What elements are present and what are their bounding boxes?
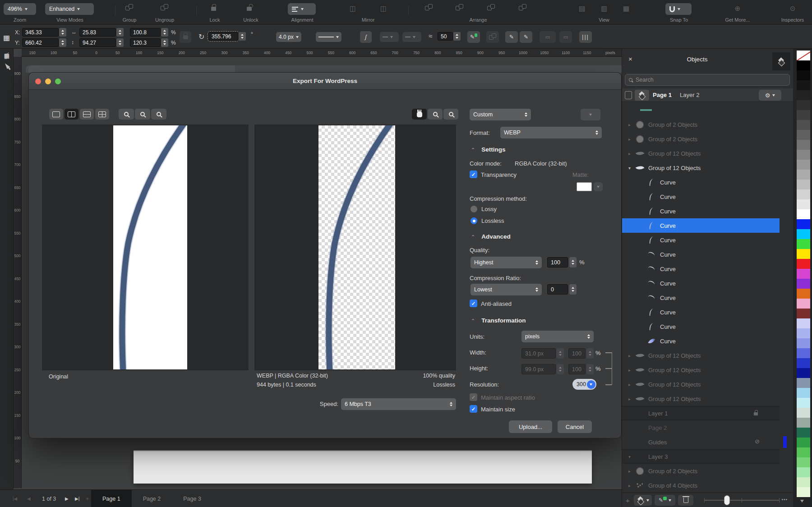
color-swatch[interactable]: [797, 51, 810, 60]
width-stepper[interactable]: [116, 28, 124, 37]
color-swatch[interactable]: [797, 378, 810, 388]
view-mode-dropdown[interactable]: Enhanced: [45, 3, 94, 15]
width-percent-field[interactable]: 100: [568, 348, 586, 359]
maximize-window-button[interactable]: [55, 78, 61, 84]
disclosure-triangle-icon[interactable]: ▸: [628, 382, 635, 387]
color-swatch[interactable]: [797, 160, 810, 170]
tree-row[interactable]: ▸ Group of 12 Objects ⊘: [622, 392, 780, 406]
color-swatch[interactable]: [797, 199, 810, 209]
color-swatch[interactable]: [797, 338, 810, 348]
tree-row[interactable]: ⊘: [622, 103, 780, 117]
height-stepper[interactable]: [116, 38, 124, 47]
zoom-in-button[interactable]: [428, 109, 443, 120]
horizontal-ruler[interactable]: 1501005005010015020025030035040045050055…: [22, 49, 622, 57]
color-swatch[interactable]: [797, 189, 810, 199]
color-swatch[interactable]: [797, 120, 810, 130]
tree-row[interactable]: ▾ Group of 12 Objects ⊘: [622, 161, 780, 175]
get-more-icon[interactable]: ⊕: [735, 5, 741, 13]
trim-button[interactable]: ▭: [559, 31, 572, 43]
scale-y-field[interactable]: 120.3: [130, 38, 161, 47]
color-swatch[interactable]: [797, 318, 810, 328]
color-swatch[interactable]: [797, 249, 810, 259]
y-position-field[interactable]: 660.42: [22, 38, 59, 47]
transformation-section-header[interactable]: ⌃Transformation: [471, 317, 526, 324]
tree-row[interactable]: ▸ Group of 12 Objects ⊘: [622, 363, 780, 377]
quad-preview-button[interactable]: [95, 109, 109, 120]
tree-row[interactable]: Curve ⊘: [622, 334, 780, 348]
freehand-smoothing-button[interactable]: ʃ: [360, 31, 372, 43]
next-page-button[interactable]: ▶: [65, 490, 69, 507]
tree-row[interactable]: Curve ⊘: [622, 305, 780, 319]
tree-row[interactable]: ▸ Group of 2 Objects ⊘: [622, 132, 780, 146]
disclosure-triangle-icon[interactable]: ▸: [628, 353, 635, 358]
disclosure-triangle-icon[interactable]: ▸: [628, 137, 635, 142]
vertical-ruler[interactable]: 9008508007507006506005505004504003503002…: [14, 57, 22, 488]
object-height-field[interactable]: 94.27: [79, 38, 116, 47]
transparency-checkbox[interactable]: [470, 171, 477, 178]
search-input[interactable]: [635, 76, 770, 83]
tree-row[interactable]: ▸ Group of 2 Objects ⊘: [622, 464, 780, 478]
tree-row[interactable]: ▸ Group of 12 Objects ⊘: [622, 146, 780, 161]
page-tab[interactable]: Page 1: [91, 490, 132, 507]
tree-row[interactable]: Curve ⊘: [622, 247, 780, 262]
arrange-back-button[interactable]: [519, 4, 526, 13]
color-swatch[interactable]: [797, 180, 810, 189]
preset-dropdown[interactable]: Custom: [470, 109, 531, 120]
color-swatch[interactable]: [797, 289, 810, 299]
tree-row[interactable]: Guides ⊘: [622, 435, 780, 449]
ratio-number-field[interactable]: 0: [547, 284, 568, 295]
color-swatch[interactable]: [797, 457, 810, 467]
format-dropdown[interactable]: WEBP: [500, 127, 602, 138]
color-swatch[interactable]: [797, 90, 810, 100]
outline-width-dropdown[interactable]: 4.0 px: [276, 32, 301, 42]
tree-row[interactable]: Curve ⊘: [622, 290, 780, 305]
speed-dropdown[interactable]: 6 Mbps T3: [341, 398, 456, 410]
color-swatch[interactable]: [797, 358, 810, 368]
lossy-radio[interactable]: [471, 206, 477, 212]
layers-panel-icon[interactable]: [772, 52, 790, 70]
disclosure-triangle-icon[interactable]: ▸: [628, 396, 635, 401]
color-swatch[interactable]: [797, 209, 810, 219]
color-swatch[interactable]: [797, 70, 810, 80]
last-page-button[interactable]: ▶|: [75, 490, 79, 507]
matte-color-dropdown[interactable]: [594, 182, 603, 191]
color-swatch[interactable]: [797, 100, 810, 110]
palette-scroll-down-icon[interactable]: [800, 500, 804, 504]
color-swatch[interactable]: [797, 140, 810, 150]
fill-mode-button[interactable]: ✎: [467, 31, 480, 43]
tree-row[interactable]: Curve ⊘: [622, 218, 780, 233]
dual-vertical-preview-button[interactable]: [65, 109, 78, 120]
single-preview-button[interactable]: [49, 109, 63, 120]
rotation-angle-field[interactable]: 355.796: [208, 32, 238, 41]
draw-append-button[interactable]: ✎: [520, 31, 532, 43]
thumbnail-size-slider[interactable]: [704, 500, 780, 501]
color-swatch[interactable]: [797, 348, 810, 358]
ratio-stepper[interactable]: [569, 284, 577, 295]
color-swatch[interactable]: [797, 219, 810, 229]
smoothness-field[interactable]: 50: [438, 32, 453, 41]
disclosure-triangle-icon[interactable]: ▸: [628, 483, 635, 488]
disclosure-triangle-icon[interactable]: ▾: [628, 454, 635, 459]
tree-row[interactable]: ▸ Group of 4 Objects ⊘: [622, 478, 780, 493]
tree-row[interactable]: Curve ⊘: [622, 204, 780, 218]
zoom-fit-button[interactable]: [119, 109, 134, 120]
advanced-section-header[interactable]: ⌃Advanced: [471, 233, 511, 240]
color-swatch[interactable]: [797, 388, 810, 398]
color-swatch[interactable]: [797, 60, 810, 70]
disclosure-triangle-icon[interactable]: ▸: [628, 151, 635, 156]
first-page-button[interactable]: |◀: [13, 490, 17, 507]
maintain-aspect-ratio-checkbox[interactable]: [470, 393, 477, 401]
color-swatch[interactable]: [797, 328, 810, 338]
color-swatch[interactable]: [797, 309, 810, 318]
view-rulers-icon[interactable]: ▥: [601, 5, 607, 13]
x-stepper[interactable]: [59, 28, 66, 37]
color-swatch[interactable]: [797, 447, 810, 457]
tree-row[interactable]: Curve ⊘: [622, 276, 780, 290]
visibility-off-icon[interactable]: ⊘: [755, 438, 760, 445]
distribute-button[interactable]: |||: [579, 31, 592, 43]
disclosure-triangle-icon[interactable]: ▾: [628, 166, 635, 171]
more-options-icon[interactable]: •••: [781, 497, 788, 502]
lock-ratio-button[interactable]: [180, 31, 191, 43]
add-page-button[interactable]: +: [86, 490, 89, 507]
original-preview-pane[interactable]: [42, 124, 249, 370]
